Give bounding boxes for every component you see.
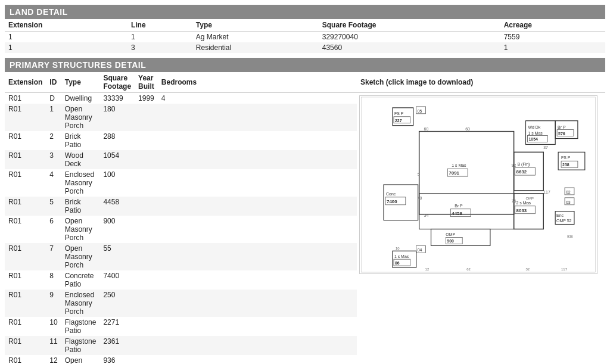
cell-year: 1999 xyxy=(135,93,158,104)
cell-year xyxy=(135,270,158,290)
cell-sqft: 1054 xyxy=(99,150,135,169)
cell-type: Enclosed Masonry Porch xyxy=(61,169,100,197)
cell-extension: R01 xyxy=(5,93,46,104)
cell-extension: R01 xyxy=(5,216,46,243)
cell-type: Flagstone Patio xyxy=(61,317,100,336)
cell-year xyxy=(135,243,158,270)
svg-text:86: 86 xyxy=(395,261,400,265)
svg-text:8033: 8033 xyxy=(516,208,527,213)
svg-text:02: 02 xyxy=(566,190,571,194)
cell-sqft: 250 xyxy=(99,290,135,317)
primary-structures-table: Extension ID Type Square Footage Year Bu… xyxy=(5,72,605,364)
land-detail-table: Extension Line Type Square Footage Acrea… xyxy=(5,19,605,53)
cell-year xyxy=(135,290,158,317)
cell-extension: R01 xyxy=(5,290,46,317)
svg-text:238: 238 xyxy=(562,163,569,167)
svg-text:60: 60 xyxy=(465,127,470,131)
cell-type: Open Masonry Porch xyxy=(61,355,100,364)
cell-id: 8 xyxy=(46,270,61,290)
cell-beds xyxy=(158,317,357,336)
cell-year xyxy=(135,336,158,355)
cell-id: 6 xyxy=(46,216,61,243)
svg-text:92: 92 xyxy=(512,163,516,167)
cell-sqft: 180 xyxy=(99,104,135,131)
cell-year xyxy=(135,317,158,336)
svg-text:117: 117 xyxy=(561,267,568,271)
ps-col-sketch[interactable]: Sketch (click image to download) xyxy=(357,72,605,93)
svg-text:1 s Mas: 1 s Mas xyxy=(452,163,466,167)
land-col-sqft: Square Footage xyxy=(319,19,500,32)
svg-text:7091: 7091 xyxy=(449,170,459,176)
cell-type: Open Masonry Porch xyxy=(61,216,100,243)
cell-beds: 4 xyxy=(158,93,357,104)
cell-id: 2 xyxy=(46,131,61,150)
cell-beds xyxy=(158,104,357,131)
svg-text:OMP: OMP xyxy=(525,197,534,200)
cell-sqft: 936 xyxy=(99,355,135,364)
cell-type: Flagstone Patio xyxy=(61,336,100,355)
cell-extension: 1 xyxy=(5,42,127,53)
svg-rect-1 xyxy=(419,132,514,214)
ps-col-beds: Bedrooms xyxy=(158,72,357,93)
sketch-cell[interactable]: 1 s Mas 7091 B (Fin) 8632 2 s Mas 8033 xyxy=(357,93,605,365)
svg-text:117: 117 xyxy=(543,190,550,194)
cell-id: 1 xyxy=(46,104,61,131)
cell-year xyxy=(135,216,158,243)
cell-sqft: 55 xyxy=(99,243,135,270)
svg-text:05: 05 xyxy=(418,109,422,113)
cell-sqft: 900 xyxy=(99,216,135,243)
cell-type: Dwelling xyxy=(61,93,100,104)
land-col-acreage: Acreage xyxy=(500,19,605,32)
svg-text:Enc: Enc xyxy=(556,213,564,217)
sketch-image[interactable]: 1 s Mas 7091 B (Fin) 8632 2 s Mas 8033 xyxy=(359,95,597,274)
cell-extension: R01 xyxy=(5,197,46,216)
svg-text:8632: 8632 xyxy=(516,169,527,175)
cell-id: 5 xyxy=(46,197,61,216)
svg-text:4458: 4458 xyxy=(452,211,462,216)
svg-text:1 s Mas: 1 s Mas xyxy=(394,254,409,259)
table-row: 1 3 Residential 43560 1 xyxy=(5,42,605,53)
svg-text:Br P: Br P xyxy=(558,125,566,129)
svg-text:32: 32 xyxy=(525,267,530,271)
cell-type: Residential xyxy=(192,42,319,53)
cell-extension: R01 xyxy=(5,104,46,131)
svg-text:Wd Dk: Wd Dk xyxy=(528,125,540,129)
svg-text:1054: 1054 xyxy=(528,137,538,141)
ps-col-extension: Extension xyxy=(5,72,46,93)
cell-beds xyxy=(158,169,357,197)
cell-sqft: 7400 xyxy=(99,270,135,290)
ps-col-type: Type xyxy=(61,72,100,93)
cell-acreage: 7559 xyxy=(500,32,605,43)
primary-structures-header: PRIMARY STRUCTURES DETAIL xyxy=(5,58,605,72)
cell-beds xyxy=(158,355,357,364)
table-row: R01 D Dwelling 33339 1999 4 1 s Mas 7091 xyxy=(5,93,605,104)
cell-beds xyxy=(158,216,357,243)
svg-text:03: 03 xyxy=(566,200,571,204)
land-col-type: Type xyxy=(192,19,319,32)
svg-text:B (Fin): B (Fin) xyxy=(518,162,530,167)
land-col-extension: Extension xyxy=(5,19,127,32)
land-col-line: Line xyxy=(127,19,192,32)
cell-id: 3 xyxy=(46,150,61,169)
cell-sqft: 329270040 xyxy=(319,32,500,43)
cell-sqft: 100 xyxy=(99,169,135,197)
cell-sqft: 43560 xyxy=(319,42,500,53)
cell-year xyxy=(135,169,158,197)
svg-text:227: 227 xyxy=(395,119,402,123)
cell-type: Enclosed Masonry Porch xyxy=(61,290,100,317)
ps-col-year: Year Built xyxy=(135,72,158,93)
cell-beds xyxy=(158,197,357,216)
land-detail-header: LAND DETAIL xyxy=(5,5,605,19)
cell-beds xyxy=(158,131,357,150)
svg-text:34: 34 xyxy=(424,213,429,217)
cell-type: Concrete Patio xyxy=(61,270,100,290)
cell-extension: R01 xyxy=(5,355,46,364)
svg-text:37: 37 xyxy=(543,145,548,150)
cell-id: D xyxy=(46,93,61,104)
cell-year xyxy=(135,104,158,131)
svg-text:10: 10 xyxy=(396,247,400,250)
cell-type: Wood Deck xyxy=(61,150,100,169)
cell-id: 4 xyxy=(46,169,61,197)
cell-type: Brick Patio xyxy=(61,131,100,150)
svg-text:75: 75 xyxy=(512,199,516,203)
